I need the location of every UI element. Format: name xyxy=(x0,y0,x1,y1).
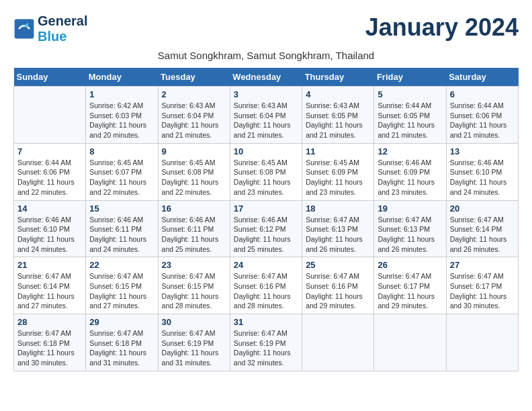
day-number: 17 xyxy=(234,203,298,214)
day-number: 4 xyxy=(306,89,370,99)
location-subtitle: Samut Songkhram, Samut Songkhram, Thaila… xyxy=(13,50,519,61)
day-number: 12 xyxy=(378,146,442,156)
day-info: Sunrise: 6:47 AM Sunset: 6:18 PM Dayligh… xyxy=(17,328,82,368)
calendar-day-cell: 31Sunrise: 6:47 AM Sunset: 6:19 PM Dayli… xyxy=(230,314,302,371)
day-info: Sunrise: 6:47 AM Sunset: 6:19 PM Dayligh… xyxy=(234,328,298,368)
calendar-day-cell: 24Sunrise: 6:47 AM Sunset: 6:16 PM Dayli… xyxy=(230,257,302,314)
day-number: 5 xyxy=(378,89,442,99)
weekday-header-cell: Saturday xyxy=(446,68,518,87)
weekday-header-cell: Friday xyxy=(374,68,446,87)
calendar-day-cell: 18Sunrise: 6:47 AM Sunset: 6:13 PM Dayli… xyxy=(302,200,374,257)
weekday-header-cell: Monday xyxy=(86,68,158,87)
day-number: 15 xyxy=(89,203,154,214)
day-number: 24 xyxy=(234,260,298,270)
day-info: Sunrise: 6:45 AM Sunset: 6:08 PM Dayligh… xyxy=(162,158,226,197)
day-info: Sunrise: 6:47 AM Sunset: 6:19 PM Dayligh… xyxy=(162,328,226,368)
day-info: Sunrise: 6:47 AM Sunset: 6:13 PM Dayligh… xyxy=(306,215,370,255)
calendar-day-cell: 23Sunrise: 6:47 AM Sunset: 6:15 PM Dayli… xyxy=(158,257,230,314)
day-number: 16 xyxy=(162,203,226,214)
day-info: Sunrise: 6:47 AM Sunset: 6:17 PM Dayligh… xyxy=(378,271,442,311)
day-number: 29 xyxy=(89,317,154,327)
day-number: 31 xyxy=(234,317,298,327)
title-block: January 2024 xyxy=(365,13,519,42)
calendar-day-cell: 29Sunrise: 6:47 AM Sunset: 6:18 PM Dayli… xyxy=(86,314,158,371)
day-info: Sunrise: 6:47 AM Sunset: 6:14 PM Dayligh… xyxy=(17,271,82,311)
calendar-day-cell: 6Sunrise: 6:44 AM Sunset: 6:06 PM Daylig… xyxy=(446,87,518,144)
calendar-day-cell: 27Sunrise: 6:47 AM Sunset: 6:17 PM Dayli… xyxy=(446,257,518,314)
day-number: 14 xyxy=(17,203,82,214)
day-info: Sunrise: 6:45 AM Sunset: 6:08 PM Dayligh… xyxy=(234,158,298,197)
calendar-table: SundayMondayTuesdayWednesdayThursdayFrid… xyxy=(13,68,519,371)
day-info: Sunrise: 6:46 AM Sunset: 6:11 PM Dayligh… xyxy=(89,215,154,255)
calendar-week-row: 7Sunrise: 6:44 AM Sunset: 6:06 PM Daylig… xyxy=(14,143,519,200)
day-info: Sunrise: 6:46 AM Sunset: 6:11 PM Dayligh… xyxy=(162,215,226,255)
logo-line1: General xyxy=(38,13,87,29)
calendar-day-cell: 14Sunrise: 6:46 AM Sunset: 6:10 PM Dayli… xyxy=(14,200,86,257)
day-info: Sunrise: 6:43 AM Sunset: 6:05 PM Dayligh… xyxy=(306,101,370,140)
calendar-day-cell: 3Sunrise: 6:43 AM Sunset: 6:04 PM Daylig… xyxy=(230,87,302,144)
day-number: 20 xyxy=(450,203,515,214)
calendar-day-cell: 9Sunrise: 6:45 AM Sunset: 6:08 PM Daylig… xyxy=(158,143,230,200)
calendar-week-row: 14Sunrise: 6:46 AM Sunset: 6:10 PM Dayli… xyxy=(14,200,519,257)
day-info: Sunrise: 6:43 AM Sunset: 6:04 PM Dayligh… xyxy=(234,101,298,140)
calendar-body: 1Sunrise: 6:42 AM Sunset: 6:03 PM Daylig… xyxy=(14,87,519,371)
weekday-header-cell: Thursday xyxy=(302,68,374,87)
day-number: 18 xyxy=(306,203,370,214)
calendar-day-cell: 12Sunrise: 6:46 AM Sunset: 6:09 PM Dayli… xyxy=(374,143,446,200)
calendar-day-cell: 5Sunrise: 6:44 AM Sunset: 6:05 PM Daylig… xyxy=(374,87,446,144)
calendar-day-cell: 15Sunrise: 6:46 AM Sunset: 6:11 PM Dayli… xyxy=(86,200,158,257)
day-info: Sunrise: 6:44 AM Sunset: 6:06 PM Dayligh… xyxy=(17,158,82,197)
calendar-day-cell: 13Sunrise: 6:46 AM Sunset: 6:10 PM Dayli… xyxy=(446,143,518,200)
day-number: 1 xyxy=(89,89,154,99)
day-number: 13 xyxy=(450,146,515,156)
svg-rect-0 xyxy=(15,19,34,39)
calendar-day-cell xyxy=(374,314,446,371)
day-info: Sunrise: 6:47 AM Sunset: 6:15 PM Dayligh… xyxy=(162,271,226,311)
day-number: 7 xyxy=(17,146,82,156)
day-info: Sunrise: 6:44 AM Sunset: 6:06 PM Dayligh… xyxy=(450,101,515,140)
day-info: Sunrise: 6:43 AM Sunset: 6:04 PM Dayligh… xyxy=(162,101,226,140)
calendar-day-cell xyxy=(446,314,518,371)
day-number: 10 xyxy=(234,146,298,156)
day-info: Sunrise: 6:46 AM Sunset: 6:09 PM Dayligh… xyxy=(378,158,442,197)
day-info: Sunrise: 6:45 AM Sunset: 6:07 PM Dayligh… xyxy=(89,158,154,197)
day-info: Sunrise: 6:47 AM Sunset: 6:16 PM Dayligh… xyxy=(306,271,370,311)
day-number: 6 xyxy=(450,89,515,99)
day-info: Sunrise: 6:46 AM Sunset: 6:12 PM Dayligh… xyxy=(234,215,298,255)
calendar-day-cell: 26Sunrise: 6:47 AM Sunset: 6:17 PM Dayli… xyxy=(374,257,446,314)
day-number: 30 xyxy=(162,317,226,327)
calendar-day-cell: 4Sunrise: 6:43 AM Sunset: 6:05 PM Daylig… xyxy=(302,87,374,144)
day-info: Sunrise: 6:47 AM Sunset: 6:17 PM Dayligh… xyxy=(450,271,515,311)
day-number: 28 xyxy=(17,317,82,327)
calendar-day-cell: 16Sunrise: 6:46 AM Sunset: 6:11 PM Dayli… xyxy=(158,200,230,257)
logo: General Blue xyxy=(13,13,87,44)
calendar-day-cell xyxy=(14,87,86,144)
day-info: Sunrise: 6:44 AM Sunset: 6:05 PM Dayligh… xyxy=(378,101,442,140)
calendar-week-row: 28Sunrise: 6:47 AM Sunset: 6:18 PM Dayli… xyxy=(14,314,519,371)
calendar-day-cell: 30Sunrise: 6:47 AM Sunset: 6:19 PM Dayli… xyxy=(158,314,230,371)
weekday-header-cell: Sunday xyxy=(14,68,86,87)
page-header: General Blue January 2024 xyxy=(13,13,519,44)
logo-line2: Blue xyxy=(38,29,87,44)
calendar-week-row: 21Sunrise: 6:47 AM Sunset: 6:14 PM Dayli… xyxy=(14,257,519,314)
calendar-day-cell: 17Sunrise: 6:46 AM Sunset: 6:12 PM Dayli… xyxy=(230,200,302,257)
calendar-day-cell xyxy=(302,314,374,371)
calendar-day-cell: 19Sunrise: 6:47 AM Sunset: 6:13 PM Dayli… xyxy=(374,200,446,257)
day-info: Sunrise: 6:46 AM Sunset: 6:10 PM Dayligh… xyxy=(450,158,515,197)
day-info: Sunrise: 6:45 AM Sunset: 6:09 PM Dayligh… xyxy=(306,158,370,197)
calendar-week-row: 1Sunrise: 6:42 AM Sunset: 6:03 PM Daylig… xyxy=(14,87,519,144)
logo-icon xyxy=(13,18,35,40)
day-info: Sunrise: 6:47 AM Sunset: 6:18 PM Dayligh… xyxy=(89,328,154,368)
day-info: Sunrise: 6:47 AM Sunset: 6:13 PM Dayligh… xyxy=(378,215,442,255)
calendar-day-cell: 28Sunrise: 6:47 AM Sunset: 6:18 PM Dayli… xyxy=(14,314,86,371)
calendar-day-cell: 25Sunrise: 6:47 AM Sunset: 6:16 PM Dayli… xyxy=(302,257,374,314)
weekday-header-cell: Wednesday xyxy=(230,68,302,87)
calendar-day-cell: 10Sunrise: 6:45 AM Sunset: 6:08 PM Dayli… xyxy=(230,143,302,200)
day-info: Sunrise: 6:42 AM Sunset: 6:03 PM Dayligh… xyxy=(89,101,154,140)
weekday-header-cell: Tuesday xyxy=(158,68,230,87)
day-number: 11 xyxy=(306,146,370,156)
day-number: 27 xyxy=(450,260,515,270)
calendar-day-cell: 22Sunrise: 6:47 AM Sunset: 6:15 PM Dayli… xyxy=(86,257,158,314)
day-number: 3 xyxy=(234,89,298,99)
calendar-day-cell: 7Sunrise: 6:44 AM Sunset: 6:06 PM Daylig… xyxy=(14,143,86,200)
